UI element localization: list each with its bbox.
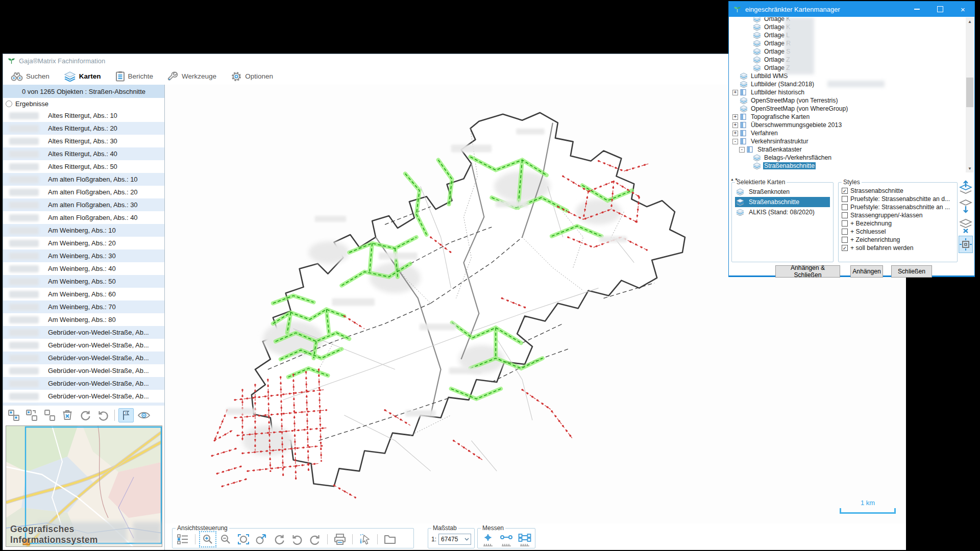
- select-add-icon[interactable]: [24, 408, 39, 422]
- style-checkbox-row[interactable]: ✓ + soll befahren werden: [842, 244, 954, 252]
- checkbox[interactable]: [842, 229, 848, 235]
- expander-icon[interactable]: [746, 24, 751, 30]
- close-button[interactable]: ×: [951, 2, 974, 17]
- expander-icon[interactable]: [732, 98, 738, 104]
- measure-distance-icon[interactable]: [499, 533, 513, 547]
- open-folder-icon[interactable]: [383, 533, 397, 546]
- layer-raise-icon[interactable]: [959, 179, 973, 196]
- select-objects-icon[interactable]: [6, 408, 21, 422]
- list-item[interactable]: Gebrüder-von-Wedel-Straße, Ab...: [3, 364, 164, 377]
- selected-map-row[interactable]: Straßenknoten: [735, 187, 830, 197]
- expander-icon[interactable]: [732, 73, 738, 79]
- refresh-icon[interactable]: [78, 408, 93, 422]
- list-item[interactable]: Am Weinberg, Abs.: 80: [3, 313, 164, 326]
- list-item[interactable]: Gebrüder-von-Wedel-Straße, Ab...: [3, 377, 164, 390]
- expander-icon[interactable]: [746, 163, 751, 169]
- tree-row[interactable]: + Verfahren: [730, 129, 965, 137]
- overview-minimap[interactable]: Geografisches Informationssystem: [6, 425, 162, 547]
- expander-icon[interactable]: [746, 17, 751, 22]
- expander-icon[interactable]: +: [732, 90, 738, 95]
- legend-list-icon[interactable]: [176, 533, 190, 546]
- list-item[interactable]: Gebrüder-von-Wedel-Straße, Ab...: [3, 390, 164, 403]
- print-icon[interactable]: [333, 533, 347, 546]
- tree-row[interactable]: Ortlage Z: [730, 56, 965, 64]
- tree-row[interactable]: Ortlage K: [730, 23, 965, 31]
- list-item[interactable]: Altes Rittergut, Abs.: 30: [3, 135, 164, 147]
- zoom-out-icon[interactable]: [218, 533, 233, 546]
- list-item[interactable]: Am Weinberg, Abs.: 20: [3, 237, 164, 249]
- list-item[interactable]: Am Weinberg, Abs.: 50: [3, 275, 164, 288]
- dialog-titlebar[interactable]: eingeschränkter Kartenmanager ×: [729, 2, 974, 17]
- checkbox[interactable]: [842, 204, 848, 210]
- expander-icon[interactable]: +: [732, 131, 738, 136]
- tree-row[interactable]: Ortlage K: [730, 17, 965, 23]
- toolbar-button-karten[interactable]: Karten: [59, 70, 106, 83]
- measure-polyline-icon[interactable]: [518, 533, 532, 547]
- list-item[interactable]: Am alten Floßgraben, Abs.: 20: [3, 186, 164, 198]
- zoom-in-icon[interactable]: [201, 533, 215, 546]
- expander-icon[interactable]: [746, 57, 751, 63]
- delete-selection-icon[interactable]: [60, 408, 75, 422]
- expander-icon[interactable]: [732, 82, 738, 87]
- close-dialog-button[interactable]: Schließen: [891, 265, 932, 278]
- list-item[interactable]: Altes Rittergut, Abs.: 40: [3, 147, 164, 160]
- expander-icon[interactable]: [746, 49, 751, 55]
- splitter-handle[interactable]: ▲▼: [730, 173, 965, 177]
- selected-map-row[interactable]: Straßenabschnitte: [735, 197, 830, 207]
- center-map-icon[interactable]: [959, 236, 973, 253]
- list-item[interactable]: Altes Rittergut, Abs.: 50: [3, 160, 164, 173]
- scroll-up-icon[interactable]: ▲: [966, 17, 974, 26]
- style-checkbox-row[interactable]: Strassengruppen/-klassen: [842, 211, 954, 219]
- results-group-row[interactable]: Ergebnisse: [3, 98, 164, 109]
- checkbox[interactable]: ✓: [842, 245, 848, 251]
- style-checkbox-row[interactable]: ✓ Strassenabschnitte: [842, 187, 954, 195]
- style-checkbox-row[interactable]: Pruefstyle: Strassenabschnitte an ...: [842, 203, 954, 211]
- maximize-button[interactable]: [928, 2, 951, 17]
- tree-row[interactable]: Ortlage L: [730, 31, 965, 39]
- info-pointer-icon[interactable]: i: [358, 533, 372, 546]
- tree-row[interactable]: OpenStreetMap (von Terrestris): [730, 96, 965, 105]
- select-outline-icon[interactable]: [42, 408, 57, 422]
- list-item[interactable]: Am Weinberg, Abs.: 40: [3, 262, 164, 275]
- tree-row[interactable]: Luftbild WMS: [730, 72, 965, 80]
- layer-lower-icon[interactable]: [959, 198, 973, 215]
- expander-icon[interactable]: [746, 33, 751, 38]
- list-item[interactable]: Am Weinberg, Abs.: 30: [3, 249, 164, 262]
- attach-and-close-button[interactable]: Anhängen & Schließen: [775, 265, 840, 278]
- flag-icon[interactable]: [118, 408, 134, 422]
- toolbar-button-werkzeuge[interactable]: Werkzeuge: [163, 69, 221, 83]
- list-item[interactable]: Am Weinberg, Abs.: 10: [3, 224, 164, 237]
- attach-button[interactable]: Anhängen: [850, 265, 883, 278]
- tree-row[interactable]: + Luftbilder historisch: [730, 88, 965, 96]
- list-item[interactable]: Am Weinberg, Abs.: 60: [3, 288, 164, 300]
- zoom-window-icon[interactable]: [236, 533, 251, 546]
- visibility-eye-icon[interactable]: [136, 408, 152, 422]
- checkbox[interactable]: [842, 220, 848, 227]
- list-item[interactable]: Am alten Floßgraben, Abs.: 40: [3, 211, 164, 224]
- list-item[interactable]: Gebrüder-von-Wedel-Straße, Ab...: [3, 339, 164, 352]
- tree-row[interactable]: - Straßenkataster: [730, 145, 965, 154]
- toolbar-button-optionen[interactable]: Optionen: [226, 69, 278, 84]
- tree-row[interactable]: Ortlage S: [730, 47, 965, 56]
- style-checkbox-row[interactable]: Pruefstyle: Strassenabschitte an d...: [842, 195, 954, 203]
- list-item[interactable]: Altes Rittergut, Abs.: 10: [3, 109, 164, 122]
- tree-scrollbar[interactable]: ▲ ▼: [966, 17, 974, 172]
- redo-icon[interactable]: [308, 533, 322, 546]
- expander-icon[interactable]: [732, 106, 738, 112]
- expander-icon[interactable]: [746, 155, 751, 161]
- tree-row[interactable]: + Topografische Karten: [730, 113, 965, 121]
- expander-icon[interactable]: [746, 65, 751, 71]
- tree-row[interactable]: OpenStreetMap (von WhereGroup): [730, 105, 965, 113]
- expander-icon[interactable]: +: [732, 122, 738, 128]
- chevron-down-icon[interactable]: [463, 534, 471, 544]
- list-item[interactable]: Am alten Floßgraben, Abs.: 10: [3, 173, 164, 186]
- list-item[interactable]: Gebrüder-von-Wedel-Straße, Ab...: [3, 352, 164, 364]
- checkbox[interactable]: ✓: [842, 188, 848, 194]
- tree-row[interactable]: Belags-/Verkehrsflächen: [730, 154, 965, 162]
- tree-row[interactable]: - Verkehrsinfrastruktur: [730, 137, 965, 145]
- toolbar-button-berichte[interactable]: Berichte: [111, 69, 158, 83]
- checkbox[interactable]: [842, 196, 848, 202]
- undo-icon[interactable]: [95, 408, 111, 422]
- minimize-button[interactable]: [905, 2, 928, 17]
- expander-icon[interactable]: +: [732, 114, 738, 120]
